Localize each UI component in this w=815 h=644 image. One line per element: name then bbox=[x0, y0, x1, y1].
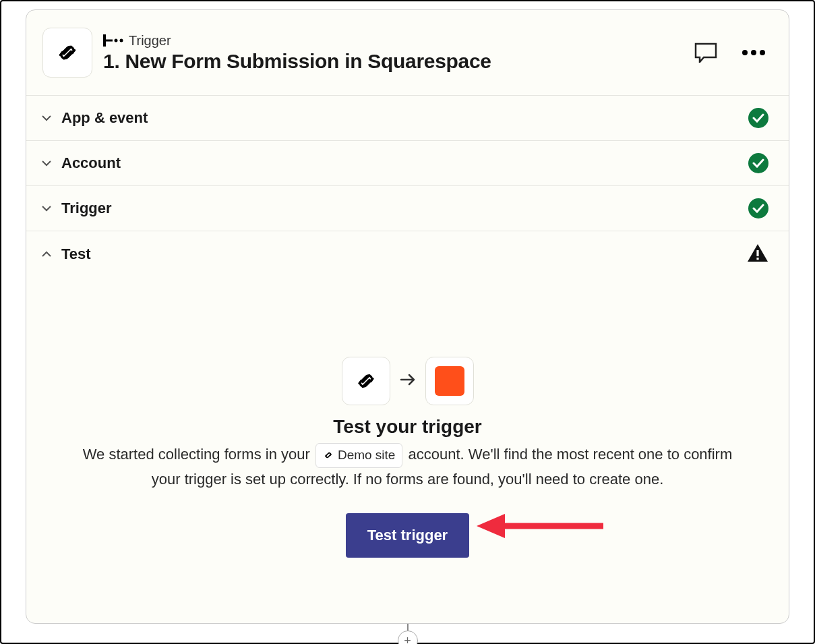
timeline-icon bbox=[103, 34, 123, 47]
section-account[interactable]: Account bbox=[26, 141, 789, 186]
squarespace-icon bbox=[353, 368, 380, 394]
step-title: 1. New Form Submission in Squarespace bbox=[103, 50, 681, 73]
more-icon bbox=[742, 49, 766, 56]
svg-point-3 bbox=[120, 39, 123, 42]
chevron-down-icon bbox=[41, 205, 52, 212]
section-label: Trigger bbox=[61, 200, 739, 217]
status-complete-icon bbox=[748, 153, 768, 173]
trigger-step-panel: Trigger 1. New Form Submission in Square… bbox=[26, 9, 789, 624]
step-type-label: Trigger bbox=[129, 33, 171, 49]
chevron-down-icon bbox=[41, 115, 52, 121]
zapier-icon bbox=[435, 366, 464, 396]
app-icon bbox=[42, 28, 92, 78]
svg-rect-8 bbox=[756, 258, 758, 260]
status-complete-icon bbox=[748, 108, 768, 128]
test-description: We started collecting forms in your Demo… bbox=[81, 443, 735, 490]
chevron-up-icon bbox=[41, 251, 52, 258]
svg-rect-0 bbox=[103, 34, 106, 47]
flow-diagram bbox=[342, 357, 474, 405]
account-pill[interactable]: Demo site bbox=[315, 443, 403, 468]
section-label: App & event bbox=[61, 109, 739, 127]
svg-point-2 bbox=[115, 39, 118, 42]
section-test[interactable]: Test bbox=[26, 231, 789, 277]
svg-point-6 bbox=[760, 50, 765, 55]
status-complete-icon bbox=[748, 198, 768, 218]
destination-app-icon bbox=[425, 357, 474, 405]
source-app-icon bbox=[342, 357, 390, 405]
more-options-button[interactable] bbox=[739, 47, 768, 59]
svg-point-4 bbox=[742, 50, 748, 55]
pill-label: Demo site bbox=[338, 446, 396, 465]
chevron-down-icon bbox=[41, 160, 52, 167]
squarespace-icon bbox=[323, 450, 334, 461]
section-app-event[interactable]: App & event bbox=[26, 96, 789, 141]
status-warning-icon bbox=[747, 243, 768, 265]
svg-rect-7 bbox=[756, 250, 758, 256]
step-header: Trigger 1. New Form Submission in Square… bbox=[26, 10, 789, 96]
test-heading: Test your trigger bbox=[333, 416, 481, 438]
test-trigger-button[interactable]: Test trigger bbox=[346, 513, 469, 558]
comment-icon bbox=[694, 42, 717, 63]
arrow-right-icon bbox=[400, 373, 416, 389]
squarespace-icon bbox=[53, 38, 82, 67]
comments-button[interactable] bbox=[692, 40, 720, 65]
svg-point-5 bbox=[751, 50, 756, 55]
test-panel: Test your trigger We started collecting … bbox=[26, 277, 789, 623]
section-label: Account bbox=[61, 154, 739, 172]
section-label: Test bbox=[61, 245, 737, 263]
section-trigger[interactable]: Trigger bbox=[26, 186, 789, 231]
